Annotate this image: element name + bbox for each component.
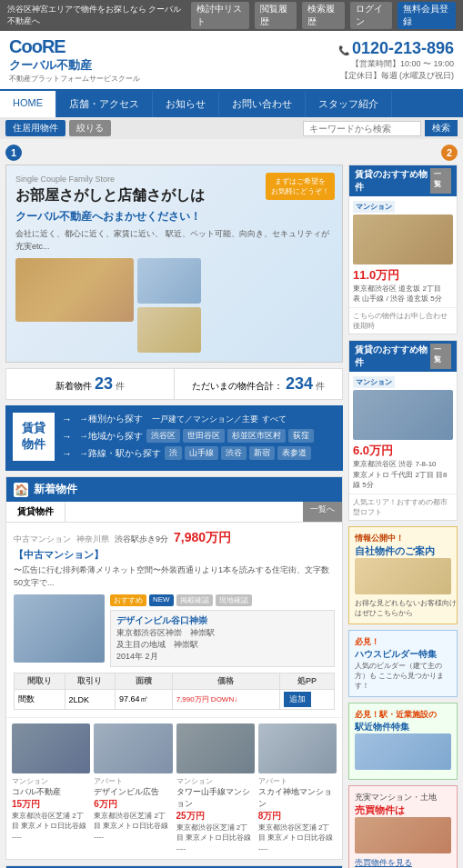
resident-btn[interactable]: 住居用物件 <box>5 120 65 136</box>
sidebar-rent-title-2: 賃貸のおすすめ物件 <box>355 344 430 369</box>
td-add[interactable]: 追加 <box>279 690 334 710</box>
nav-contact[interactable]: お問い合わせ <box>219 91 306 117</box>
badge-recommended: おすすめ <box>110 594 146 606</box>
sidebar-prop-1: マンション 11.0万円 東京都渋谷区 道玄坂 2丁目 表 山手線 / 渋谷 道… <box>349 196 457 307</box>
nav-staff[interactable]: スタッフ紹介 <box>306 91 392 117</box>
grid-item-3[interactable]: アパート スカイ神地マンション 8万円 東京都渋谷区芝浦 2丁目 東京メトロ日比… <box>258 723 337 853</box>
history-btn[interactable]: 閲覧履歴 <box>255 2 297 29</box>
sidebar-ad-2[interactable]: 必見！ ハウスビルダー特集 人気のビルダー（建て主の方）も ここから見つかります… <box>348 630 458 697</box>
main-layout: 1 Single Couple Family Store お部屋さがしと店舗さが… <box>0 139 463 868</box>
sidebar-note-1: こちらの物件はお申し合わせ後期時 <box>349 307 457 334</box>
new-label: 新着物件 <box>55 381 92 391</box>
rent-label: 賃貸 物件 <box>13 413 55 460</box>
grid-item-2[interactable]: マンション タワー山手線マンション 25万円 東京都渋谷区芝浦 2丁目 東京メト… <box>176 723 255 853</box>
grid-label-1: デザインビル広告 <box>94 786 172 798</box>
station-tag-2[interactable]: 渋谷 <box>221 446 247 460</box>
stats-bar: 新着物件 23 件 ただいまの物件合計： 234 件 <box>5 368 343 400</box>
nav-access[interactable]: 店舗・アクセス <box>56 91 153 117</box>
sidebar-price-1: 11.0万円 <box>353 267 453 284</box>
search-row-station: → →路線・駅から探す 渋 山手線 渋谷 新宿 表参道 <box>62 446 336 460</box>
sidebar-rent-header-1: 賃貸のおすすめ物件 一覧 <box>349 165 457 196</box>
search-row-area: → →地域から探す 渋谷区 世田谷区 杉並区市区村 荻窪 <box>62 429 336 443</box>
add-button[interactable]: 追加 <box>284 692 311 707</box>
ad1-desc: お得な見どれもないお客様向け はぜひこちらから <box>355 598 451 618</box>
sidebar-ad-1[interactable]: 情報公開中！ 自社物件のご案内 お得な見どれもないお客様向け はぜひこちらから <box>348 526 458 624</box>
total-count-stat: ただいまの物件合計： 234 件 <box>175 369 342 399</box>
sell-image <box>355 817 451 853</box>
nav-news[interactable]: お知らせ <box>153 91 219 117</box>
hero-sub-image-1 <box>137 258 201 304</box>
top-bar: 渋谷区神宮エリアで物件をお探しなら クーバル不動産へ 検討中リスト 閲覧履歴 検… <box>0 0 463 31</box>
keyword-search-button[interactable]: 検索 <box>425 120 458 136</box>
search-by-type-link[interactable]: →種別から探す <box>79 413 143 425</box>
login-btn[interactable]: ログイン <box>350 2 392 29</box>
th-action: 処PP <box>279 673 334 690</box>
grid-item-0[interactable]: マンション コバル不動産 15万円 東京都渋谷区芝浦 2丁目 東京メトロ日比谷線… <box>12 723 90 853</box>
area-tags: 渋谷区 世田谷区 杉並区市区村 荻窪 <box>146 429 314 443</box>
phone-number: 0120-213-896 <box>352 39 454 57</box>
sidebar-type-2: マンション <box>353 376 395 388</box>
sidebar-area-2: 東京都渋谷区 渋谷 7-8-10 <box>353 459 453 469</box>
sidebar-list-btn-2[interactable]: 一覧 <box>430 344 451 369</box>
callout-line1: まずはご希望を <box>271 176 329 186</box>
rent-tab[interactable]: 賃貸物件 <box>6 502 65 522</box>
sidebar-area-1: 東京都渋谷区 道玄坂 2丁目 <box>353 284 453 294</box>
type-link-1[interactable]: 一戸建て／マンション／主要 <box>152 414 258 425</box>
area-tag-0[interactable]: 渋谷区 <box>146 429 180 443</box>
sidebar-rent-header-2: 賃貸のおすすめ物件 一覧 <box>349 341 457 372</box>
grid-loc-2: 東京都渋谷区芝浦 2丁目 東京メトロ日比谷線 ---- <box>176 823 255 853</box>
property-table: 間取り 取引り 面積 価格 処PP 間数 2LDK 97.64㎡ 7,990万円 <box>14 673 335 710</box>
grid-type-0: マンション <box>12 776 90 786</box>
search-history-btn[interactable]: 検索履歴 <box>302 2 344 29</box>
search-row-type: → →種別から探す 一戸建て／マンション／主要 すべて <box>62 413 336 425</box>
td-price: 7,990万円 DOWN↓ <box>172 690 279 710</box>
ad2-label: ハウスビルダー特集 <box>355 648 451 661</box>
register-btn[interactable]: 無料会員登録 <box>398 2 456 29</box>
type-link-2[interactable]: すべて <box>262 414 287 425</box>
logo-area: CooRE クーバル不動産 不動産プラットフォームサービスクール <box>9 36 140 84</box>
property-image <box>14 594 105 663</box>
property-name[interactable]: 【中古マンション】 <box>14 548 335 562</box>
property-tabs: 賃貸物件 一覧へ <box>6 502 342 523</box>
th-type: 取引り <box>65 673 116 690</box>
more-btn[interactable]: 一覧へ <box>303 502 342 522</box>
grid-item-1[interactable]: アパート デザインビル広告 6万円 東京都渋谷区芝浦 2丁目 東京メトロ日比谷線… <box>94 723 172 853</box>
station-tags: 渋 山手線 渋谷 新宿 表参道 <box>165 446 311 460</box>
grid-image-0 <box>12 723 90 773</box>
hero-sub-images <box>137 258 201 353</box>
sidebar-rent-section-2: 賃貸のおすすめ物件 一覧 マンション 6.0万円 東京都渋谷区 渋谷 7-8-1… <box>348 340 458 521</box>
keyword-search-input[interactable] <box>303 121 421 136</box>
logo[interactable]: CooRE クーバル不動産 不動産プラットフォームサービスクール <box>9 36 140 84</box>
main-nav: HOME 店舗・アクセス お知らせ お問い合わせ スタッフ紹介 <box>0 91 463 117</box>
grid-price-1: 6万円 <box>94 798 172 811</box>
info-name: デザインビル谷口神崇 <box>116 614 328 627</box>
area-tag-1[interactable]: 世田谷区 <box>183 429 225 443</box>
total-unit: 件 <box>316 381 325 391</box>
ad1-title: 情報公開中！ <box>355 533 451 544</box>
nav-home[interactable]: HOME <box>0 91 56 117</box>
keyword-search-area: 検索 <box>303 120 458 136</box>
property-details: おすすめ NEW 掲載確認 現地確認 デザインビル谷口神崇 東京都渋谷区神崇 神… <box>110 594 335 667</box>
grid-label-2: タワー山手線マンション <box>176 786 255 810</box>
total-number: 234 <box>286 374 313 393</box>
sidebar-ad-3[interactable]: 必見！駅・近業施設の 駅近物件特集 <box>348 703 458 780</box>
hero-sub-image-2 <box>137 307 201 353</box>
search-by-area-link[interactable]: →地域から探す <box>79 430 143 443</box>
sidebar-sell-ad[interactable]: 充実マンション・土地 売買物件は 売買物件を見る <box>348 785 458 868</box>
section-title: 新着物件 <box>34 482 77 497</box>
sell-sub: 売買物件は <box>355 803 451 817</box>
area-tag-3[interactable]: 荻窪 <box>288 429 314 443</box>
td-area: 97.64㎡ <box>116 690 173 710</box>
station-tag-3[interactable]: 新宿 <box>249 446 275 460</box>
sell-link[interactable]: 売買物件を見る <box>355 857 451 868</box>
station-tag-0[interactable]: 渋 <box>165 446 182 460</box>
station-tag-1[interactable]: 山手線 <box>185 446 218 460</box>
station-tag-4[interactable]: 表参道 <box>277 446 311 460</box>
area-tag-2[interactable]: 杉並区市区村 <box>227 429 286 443</box>
search-by-station-link[interactable]: →路線・駅から探す <box>79 447 161 460</box>
sell-title: 充実マンション・土地 <box>355 792 451 803</box>
filter-btn[interactable]: 絞りる <box>69 120 111 136</box>
badge-verified: 掲載確認 <box>176 594 213 606</box>
sidebar-list-btn[interactable]: 一覧 <box>430 168 451 194</box>
checklist-btn[interactable]: 検討中リスト <box>191 2 249 29</box>
